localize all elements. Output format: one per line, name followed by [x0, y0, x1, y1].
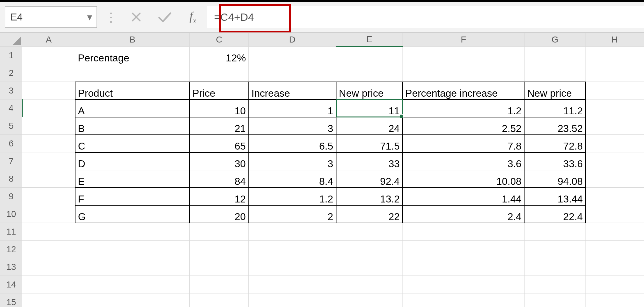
cell-D7[interactable]: 3 [249, 152, 336, 170]
cell-G11[interactable] [524, 223, 586, 241]
cell-E5[interactable]: 24 [336, 117, 403, 135]
cell-G15[interactable] [524, 293, 586, 307]
cell-H8[interactable] [586, 170, 644, 188]
cell-E4[interactable]: 11 [336, 99, 403, 117]
cell-A14[interactable] [22, 276, 75, 293]
spreadsheet-grid[interactable]: A B C D E F G H 1 Percentage 12% 2 [0, 32, 644, 307]
cell-D11[interactable] [249, 223, 336, 241]
cell-H4[interactable] [586, 99, 644, 117]
cell-D10[interactable]: 2 [249, 205, 336, 223]
cell-C11[interactable] [190, 223, 249, 241]
cell-B6[interactable]: C [75, 135, 190, 152]
accept-formula-button[interactable] [150, 2, 179, 32]
cell-D15[interactable] [249, 293, 336, 307]
cell-H5[interactable] [586, 117, 644, 135]
cell-F6[interactable]: 7.8 [402, 135, 524, 152]
cell-H11[interactable] [586, 223, 644, 241]
cell-H7[interactable] [586, 152, 644, 170]
cell-D14[interactable] [249, 276, 336, 293]
cell-D3[interactable]: Increase [249, 82, 336, 99]
cell-G1[interactable] [524, 47, 586, 64]
cell-A12[interactable] [22, 241, 75, 258]
cell-C8[interactable]: 84 [190, 170, 249, 188]
cell-H15[interactable] [586, 293, 644, 307]
cell-H13[interactable] [586, 258, 644, 276]
cell-F12[interactable] [402, 241, 524, 258]
row-header-6[interactable]: 6 [0, 135, 22, 152]
cell-G5[interactable]: 23.52 [524, 117, 586, 135]
cell-A9[interactable] [22, 188, 75, 205]
cell-E14[interactable] [336, 276, 403, 293]
cell-H3[interactable] [586, 82, 644, 99]
cell-A3[interactable] [22, 82, 75, 99]
cell-H6[interactable] [586, 135, 644, 152]
cell-A7[interactable] [22, 152, 75, 170]
cell-H14[interactable] [586, 276, 644, 293]
col-header-A[interactable]: A [22, 33, 75, 47]
cell-E9[interactable]: 13.2 [336, 188, 403, 205]
col-header-B[interactable]: B [75, 33, 190, 47]
row-header-14[interactable]: 14 [0, 276, 22, 293]
cell-E8[interactable]: 92.4 [336, 170, 403, 188]
cell-H9[interactable] [586, 188, 644, 205]
cell-F11[interactable] [402, 223, 524, 241]
col-header-E[interactable]: E [336, 33, 403, 47]
cell-F14[interactable] [402, 276, 524, 293]
cell-B14[interactable] [75, 276, 190, 293]
cell-E7[interactable]: 33 [336, 152, 403, 170]
row-header-9[interactable]: 9 [0, 188, 22, 205]
row-header-15[interactable]: 15 [0, 293, 22, 307]
cell-D9[interactable]: 1.2 [249, 188, 336, 205]
cell-B1[interactable]: Percentage [75, 47, 190, 64]
insert-function-button[interactable]: fx [179, 2, 207, 32]
cell-H2[interactable] [586, 64, 644, 82]
cell-B10[interactable]: G [75, 205, 190, 223]
cell-A6[interactable] [22, 135, 75, 152]
row-header-4[interactable]: 4 [0, 99, 22, 117]
cell-G3[interactable]: New price [524, 82, 586, 99]
cell-E6[interactable]: 71.5 [336, 135, 403, 152]
cell-A10[interactable] [22, 205, 75, 223]
cell-C13[interactable] [190, 258, 249, 276]
cell-B5[interactable]: B [75, 117, 190, 135]
cell-E3[interactable]: New price [336, 82, 403, 99]
row-header-8[interactable]: 8 [0, 170, 22, 188]
cell-F10[interactable]: 2.4 [402, 205, 524, 223]
cell-H10[interactable] [586, 205, 644, 223]
cell-B2[interactable] [75, 64, 190, 82]
chevron-down-icon[interactable]: ▾ [87, 11, 92, 23]
name-box[interactable]: ▾ [5, 6, 97, 28]
cell-A13[interactable] [22, 258, 75, 276]
cell-G6[interactable]: 72.8 [524, 135, 586, 152]
cell-A1[interactable] [22, 47, 75, 64]
row-header-5[interactable]: 5 [0, 117, 22, 135]
cell-F2[interactable] [402, 64, 524, 82]
col-header-F[interactable]: F [402, 33, 524, 47]
cell-G7[interactable]: 33.6 [524, 152, 586, 170]
cell-G14[interactable] [524, 276, 586, 293]
cell-H1[interactable] [586, 47, 644, 64]
cell-B8[interactable]: E [75, 170, 190, 188]
cell-D8[interactable]: 8.4 [249, 170, 336, 188]
row-header-12[interactable]: 12 [0, 241, 22, 258]
cell-G4[interactable]: 11.2 [524, 99, 586, 117]
cell-B15[interactable] [75, 293, 190, 307]
cell-C9[interactable]: 12 [190, 188, 249, 205]
cell-F1[interactable] [402, 47, 524, 64]
row-header-3[interactable]: 3 [0, 82, 22, 99]
cell-C1[interactable]: 12% [190, 47, 249, 64]
cell-A5[interactable] [22, 117, 75, 135]
formula-input[interactable]: =C4+D4 [207, 6, 644, 28]
cell-C12[interactable] [190, 241, 249, 258]
row-header-1[interactable]: 1 [0, 47, 22, 64]
cell-G12[interactable] [524, 241, 586, 258]
cell-F3[interactable]: Percentage increase [402, 82, 524, 99]
cell-G13[interactable] [524, 258, 586, 276]
cell-D1[interactable] [249, 47, 336, 64]
cell-D6[interactable]: 6.5 [249, 135, 336, 152]
cell-F8[interactable]: 10.08 [402, 170, 524, 188]
cell-E10[interactable]: 22 [336, 205, 403, 223]
cell-G9[interactable]: 13.44 [524, 188, 586, 205]
row-header-2[interactable]: 2 [0, 64, 22, 82]
row-header-7[interactable]: 7 [0, 152, 22, 170]
